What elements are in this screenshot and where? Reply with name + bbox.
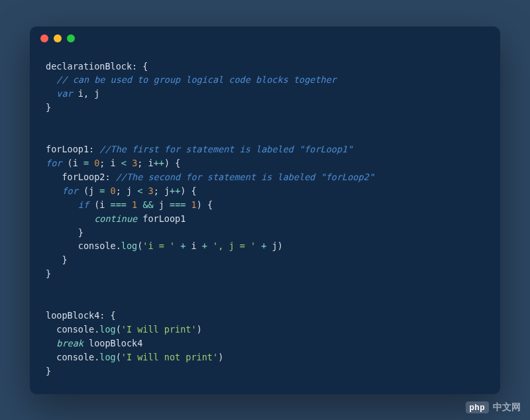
code-line: forLoop1: //The first for statement is l… — [46, 144, 352, 154]
watermark-badge: php — [466, 401, 490, 413]
code-editor: declarationBlock: { // can be used to gr… — [30, 50, 500, 388]
window-titlebar — [30, 26, 500, 50]
code-line: continue forLoop1 — [46, 213, 186, 224]
watermark: php 中文网 — [466, 401, 521, 413]
code-line: } — [46, 227, 83, 238]
close-icon[interactable] — [40, 34, 48, 42]
code-line: if (i === 1 && j === 1) { — [46, 199, 213, 210]
code-line: for (j = 0; j < 3; j++) { — [46, 185, 197, 196]
code-line: } — [46, 268, 51, 279]
watermark-text: 中文网 — [493, 401, 521, 413]
code-line: } — [46, 254, 68, 265]
code-line: // can be used to group logical code blo… — [46, 74, 337, 85]
code-line: } — [46, 102, 51, 113]
code-line: loopBlock4: { — [46, 310, 116, 321]
code-line: forLoop2: //The second for statement is … — [46, 172, 374, 182]
minimize-icon[interactable] — [54, 34, 62, 42]
code-line: console.log('i = ' + i + ', j = ' + j) — [46, 240, 283, 251]
maximize-icon[interactable] — [67, 34, 75, 42]
code-line: } — [46, 366, 51, 376]
code-line: for (i = 0; i < 3; i++) { — [46, 158, 180, 168]
code-line: console.log('I will print') — [46, 324, 202, 335]
code-line: console.log('I will not print') — [46, 352, 223, 362]
code-line: break loopBlock4 — [46, 338, 142, 348]
code-line: declarationBlock: { — [46, 61, 148, 72]
code-window: declarationBlock: { // can be used to gr… — [30, 26, 500, 394]
code-line: var i, j — [46, 88, 99, 99]
